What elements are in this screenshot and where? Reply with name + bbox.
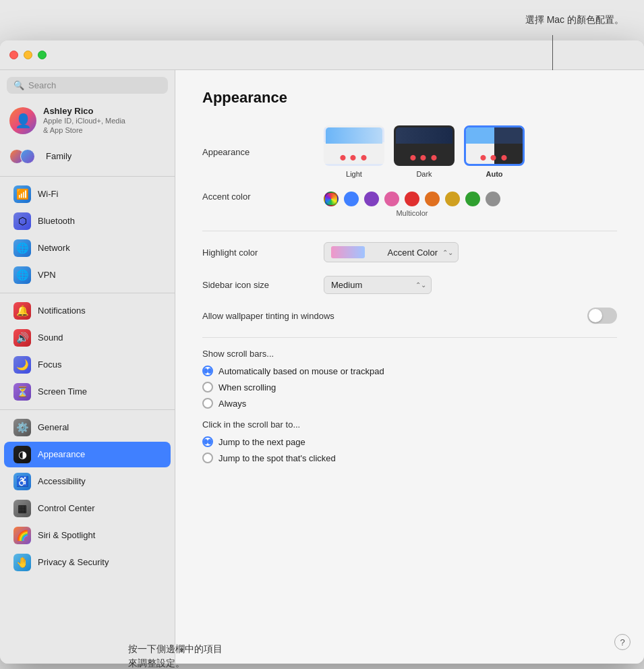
traffic-lights bbox=[9, 51, 47, 59]
family-item[interactable]: Family bbox=[0, 145, 175, 168]
wallpaper-tinting-toggle[interactable] bbox=[587, 308, 617, 324]
accent-section: Multicolor bbox=[324, 192, 500, 217]
scroll-bars-auto-radio bbox=[202, 366, 213, 376]
appearance-option-dark[interactable]: Dark bbox=[394, 125, 455, 178]
accent-color-pink[interactable] bbox=[384, 192, 399, 206]
maximize-button[interactable] bbox=[38, 51, 47, 59]
click-scroll-section: Click in the scroll bar to... Jump to th… bbox=[202, 419, 617, 463]
sidebar-icon-size-dropdown[interactable]: Medium bbox=[324, 276, 432, 294]
focus-icon: 🌙 bbox=[13, 356, 31, 374]
accent-color-multicolor[interactable] bbox=[324, 192, 339, 206]
sidebar-divider-3 bbox=[0, 409, 175, 410]
sidebar-item-general[interactable]: ⚙️ General bbox=[4, 415, 171, 440]
appearance-row: Appearance Light Dark bbox=[202, 125, 617, 178]
user-subtitle: Apple ID, iCloud+, Media& App Store bbox=[43, 116, 165, 136]
accent-color-yellow[interactable] bbox=[445, 192, 460, 206]
appearance-label-auto: Auto bbox=[486, 170, 502, 178]
wallpaper-tinting-row: Allow wallpaper tinting in windows bbox=[202, 308, 617, 324]
avatar: 👤 bbox=[9, 107, 36, 134]
sidebar-item-notifications[interactable]: 🔔 Notifications bbox=[4, 298, 171, 324]
accent-color-orange[interactable] bbox=[425, 192, 440, 206]
user-profile[interactable]: 👤 Ashley Rico Apple ID, iCloud+, Media& … bbox=[0, 100, 175, 141]
highlight-color-dropdown-wrapper: Accent Color bbox=[324, 242, 459, 262]
sidebar-icon-size-row: Sidebar icon size Medium bbox=[202, 276, 617, 294]
sidebar-item-label-network: Network bbox=[38, 243, 70, 253]
sidebar-item-appearance[interactable]: ◑ Appearance bbox=[4, 442, 171, 467]
highlight-color-row: Highlight color Accent Color bbox=[202, 242, 617, 262]
accent-color-graphite[interactable] bbox=[486, 192, 500, 206]
sidebar-icon-size-label: Sidebar icon size bbox=[202, 280, 324, 290]
search-box[interactable]: 🔍 Search bbox=[7, 77, 168, 94]
annotation-bottom: 按一下側邊欄中的項目 來調整設定。 bbox=[128, 642, 223, 669]
accent-color-label: Accent color bbox=[202, 192, 324, 202]
sidebar-item-label-siri: Siri & Spotlight bbox=[38, 530, 95, 540]
sidebar-item-label-vpn: VPN bbox=[38, 270, 56, 280]
privacy-icon: 🤚 bbox=[13, 554, 31, 571]
accent-color-red[interactable] bbox=[405, 192, 419, 206]
accent-color-purple[interactable] bbox=[364, 192, 379, 206]
sidebar-item-screentime[interactable]: ⏳ Screen Time bbox=[4, 379, 171, 405]
appearance-option-auto[interactable]: Auto bbox=[464, 125, 525, 178]
appearance-thumb-dark bbox=[394, 125, 455, 166]
sidebar-item-label-notifications: Notifications bbox=[38, 306, 86, 316]
sidebar-item-bluetooth[interactable]: ⬡ Bluetooth bbox=[4, 208, 171, 234]
controlcenter-icon: ▦ bbox=[13, 500, 31, 517]
vpn-icon: 🌐 bbox=[13, 266, 31, 284]
radio-dot-2 bbox=[204, 439, 208, 444]
sidebar-item-privacy[interactable]: 🤚 Privacy & Security bbox=[4, 550, 171, 575]
sidebar-item-label-accessibility: Accessibility bbox=[38, 476, 86, 486]
sidebar-item-network[interactable]: 🌐 Network bbox=[4, 235, 171, 261]
page-title: Appearance bbox=[202, 89, 617, 107]
appearance-options: Light Dark Auto bbox=[324, 125, 525, 178]
click-scroll-nextpage-radio bbox=[202, 436, 213, 447]
sidebar-item-label-focus: Focus bbox=[38, 359, 61, 370]
appearance-label-light: Light bbox=[346, 170, 362, 178]
help-button[interactable]: ? bbox=[614, 634, 631, 650]
sidebar-item-accessibility[interactable]: ♿ Accessibility bbox=[4, 469, 171, 494]
sidebar-item-wifi[interactable]: 📶 Wi-Fi bbox=[4, 181, 171, 207]
sidebar-item-label-screentime: Screen Time bbox=[38, 386, 87, 397]
highlight-color-preview bbox=[331, 246, 365, 258]
main-content: Appearance Appearance Light Dark bbox=[175, 70, 644, 664]
highlight-color-dropdown[interactable]: Accent Color bbox=[324, 242, 459, 262]
sidebar-divider-1 bbox=[0, 176, 175, 177]
scroll-bars-radio-group: Automatically based on mouse or trackpad… bbox=[202, 366, 617, 409]
accent-colors bbox=[324, 192, 500, 206]
sidebar-item-vpn[interactable]: 🌐 VPN bbox=[4, 262, 171, 288]
sidebar-item-siri[interactable]: 🌈 Siri & Spotlight bbox=[4, 523, 171, 548]
sidebar-item-label-bluetooth: Bluetooth bbox=[38, 216, 75, 226]
scroll-bars-scrolling-label: When scrolling bbox=[218, 382, 276, 392]
appearance-icon: ◑ bbox=[13, 446, 31, 463]
close-button[interactable] bbox=[9, 51, 18, 59]
scroll-bars-always-label: Always bbox=[218, 399, 246, 409]
sidebar-item-controlcenter[interactable]: ▦ Control Center bbox=[4, 496, 171, 521]
accent-color-green[interactable] bbox=[465, 192, 480, 206]
click-scroll-spot[interactable]: Jump to the spot that's clicked bbox=[202, 453, 617, 463]
search-placeholder: Search bbox=[28, 80, 56, 90]
divider-2 bbox=[202, 337, 617, 338]
annotation-line bbox=[552, 35, 553, 72]
sidebar-item-label-sound: Sound bbox=[38, 332, 63, 343]
accent-color-row: Accent color bbox=[202, 192, 617, 217]
sidebar-item-label-appearance: Appearance bbox=[38, 449, 85, 459]
sidebar-item-focus[interactable]: 🌙 Focus bbox=[4, 352, 171, 378]
sidebar-item-sound[interactable]: 🔊 Sound bbox=[4, 325, 171, 351]
accent-color-inner: Accent color bbox=[202, 192, 617, 217]
scroll-bars-title: Show scroll bars... bbox=[202, 349, 617, 359]
scroll-bars-always-radio bbox=[202, 398, 213, 409]
scroll-bars-auto[interactable]: Automatically based on mouse or trackpad bbox=[202, 366, 617, 376]
highlight-color-value: Accent Color bbox=[388, 248, 438, 258]
accessibility-icon: ♿ bbox=[13, 473, 31, 490]
click-scroll-spot-radio bbox=[202, 453, 213, 463]
scroll-bars-scrolling[interactable]: When scrolling bbox=[202, 382, 617, 392]
accent-color-blue[interactable] bbox=[344, 192, 359, 206]
wifi-icon: 📶 bbox=[13, 185, 31, 203]
window-body: 🔍 Search 👤 Ashley Rico Apple ID, iCloud+… bbox=[0, 70, 644, 664]
minimize-button[interactable] bbox=[24, 51, 32, 59]
scroll-bars-always[interactable]: Always bbox=[202, 398, 617, 409]
click-scroll-nextpage[interactable]: Jump to the next page bbox=[202, 436, 617, 447]
click-scroll-nextpage-label: Jump to the next page bbox=[218, 437, 305, 447]
appearance-option-light[interactable]: Light bbox=[324, 125, 384, 178]
search-icon: 🔍 bbox=[13, 80, 24, 90]
sidebar-icon-size-control: Medium bbox=[324, 276, 617, 294]
